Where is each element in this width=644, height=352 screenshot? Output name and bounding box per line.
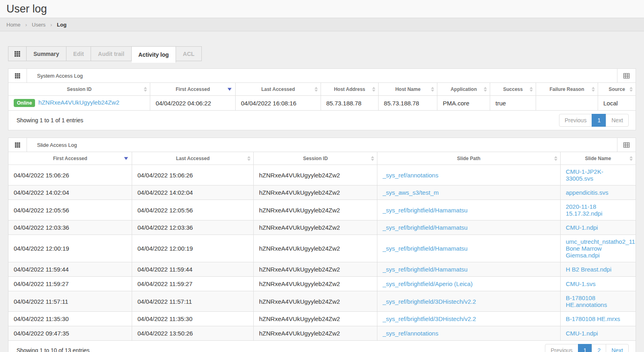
table-row: 04/04/2022 14:02:0404/04/2022 14:02:04hZ… [8, 185, 636, 200]
column-header-source[interactable]: Source [598, 83, 636, 96]
slide-name-link[interactable]: CMU-1-JP2K-33005.svs [566, 168, 603, 182]
column-header-first-accessed[interactable]: First Accessed [150, 83, 236, 96]
slide-name-link[interactable]: B-1780108 HE.mrxs [566, 315, 620, 322]
slide-name-link[interactable]: 2020-11-18 15.17.32.ndpi [566, 203, 603, 217]
column-header-last-accessed[interactable]: Last Accessed [132, 152, 254, 165]
column-header-label: Success [503, 86, 523, 92]
host-name-cell: 85.73.188.78 [379, 96, 437, 111]
table-header-row: First AccessedLast AccessedSession IDSli… [8, 152, 636, 165]
slide-path-link[interactable]: _sys_ref/brightfield/Hamamatsu [383, 224, 468, 231]
slide-name-link[interactable]: H B2 Breast.ndpi [566, 266, 611, 273]
slide-name-cell: CMU-1-JP2K-33005.svs [560, 165, 636, 185]
pagination-page-1[interactable]: 1 [592, 114, 606, 127]
column-header-label: First Accessed [176, 86, 210, 92]
slide-name-cell: umc_utrecht_nstatho2_115 Bone Marrow Gie… [560, 235, 636, 262]
slide-access-log-header: Slide Access Log [8, 138, 636, 152]
slide-path-link[interactable]: _sys_aws_s3/test_m [383, 189, 439, 196]
pagination-previous[interactable]: Previous [545, 344, 578, 352]
slide-path-link[interactable]: _sys_ref/brightfield/Hamamatsu [383, 266, 468, 273]
column-header-label: Failure Reason [549, 86, 584, 92]
last-accessed-cell: 04/04/2022 12:03:36 [132, 220, 254, 235]
slide-path-link[interactable]: _sys_ref/brightfield/3DHistech/v2.2 [383, 315, 476, 322]
slide-path-cell: _sys_ref/brightfield/Hamamatsu [377, 235, 560, 262]
slide-name-link[interactable]: appendicitis.svs [566, 189, 609, 196]
tab-audit-trail[interactable]: Audit trail [91, 46, 131, 61]
grid-icon [15, 142, 20, 148]
slide-path-cell: _sys_ref/brightfield/Hamamatsu [377, 200, 560, 220]
tab-acl[interactable]: ACL [176, 46, 202, 61]
slide-path-cell: _sys_ref/annotations [377, 165, 560, 185]
sort-both-icon [592, 87, 595, 92]
column-header-slide-path[interactable]: Slide Path [377, 152, 560, 165]
slide-access-log-panel: Slide Access Log First AccessedLast Acce… [8, 138, 636, 352]
session-id-link[interactable]: hZNRxeA4VUkUgyyleb24Zw2 [38, 99, 119, 106]
column-header-session-id[interactable]: Session ID [8, 83, 150, 96]
panel-title: System Access Log [27, 69, 83, 82]
slide-path-cell: _sys_ref/brightfield/Aperio (Leica) [377, 277, 560, 291]
table-options-button[interactable] [617, 69, 636, 82]
slide-path-link[interactable]: _sys_ref/brightfield/Aperio (Leica) [383, 280, 472, 287]
slide-path-cell: _sys_aws_s3/test_m [377, 185, 560, 200]
slide-name-cell: H B2 Breast.ndpi [560, 262, 636, 277]
slide-path-link[interactable]: _sys_ref/brightfield/Hamamatsu [383, 207, 468, 214]
session-id-cell: hZNRxeA4VUkUgyyleb24Zw2 [254, 277, 377, 291]
table-row: 04/04/2022 11:35:3004/04/2022 11:35:30hZ… [8, 312, 636, 326]
table-row: 04/04/2022 12:00:1904/04/2022 12:00:19hZ… [8, 235, 636, 262]
slide-name-link[interactable]: CMU-1.ndpi [566, 224, 598, 231]
pagination-next[interactable]: Next [606, 344, 629, 352]
column-header-application[interactable]: Application [437, 83, 490, 96]
sort-both-icon [630, 156, 633, 161]
grid-menu-button[interactable] [8, 46, 27, 61]
breadcrumb-link-users[interactable]: Users [32, 22, 46, 28]
slide-name-link[interactable]: CMU-1.svs [566, 280, 596, 287]
panel-grid-menu-button[interactable] [8, 138, 27, 152]
slide-name-cell: appendicitis.svs [560, 185, 636, 200]
pagination-next[interactable]: Next [606, 114, 629, 127]
slide-name-link[interactable]: B-1780108 HE.annotations [566, 294, 607, 308]
slide-path-cell: _sys_ref/brightfield/Hamamatsu [377, 220, 560, 235]
slide-path-link[interactable]: _sys_ref/annotations [383, 172, 438, 179]
column-header-failure-reason[interactable]: Failure Reason [536, 83, 598, 96]
table-row: 04/04/2022 11:57:1104/04/2022 11:57:11hZ… [8, 291, 636, 312]
table-options-button[interactable] [617, 138, 636, 152]
grid-icon [14, 51, 20, 57]
column-header-success[interactable]: Success [490, 83, 536, 96]
first-accessed-cell: 04/04/2022 09:47:35 [8, 326, 132, 341]
last-accessed-cell: 04/04/2022 12:05:56 [132, 200, 254, 220]
slide-path-link[interactable]: _sys_ref/brightfield/Hamamatsu [383, 245, 468, 252]
slide-name-link[interactable]: CMU-1.ndpi [566, 330, 598, 337]
slide-name-link[interactable]: umc_utrecht_nstatho2_115 Bone Marrow Gie… [566, 238, 636, 259]
sort-both-icon [372, 87, 375, 92]
column-header-last-accessed[interactable]: Last Accessed [236, 83, 321, 96]
tab-edit[interactable]: Edit [66, 46, 91, 61]
last-accessed-cell: 04/04/2022 11:57:11 [132, 291, 254, 312]
breadcrumb-link-home[interactable]: Home [6, 22, 21, 28]
first-accessed-cell: 04/04/2022 14:02:04 [8, 185, 132, 200]
grid-icon [15, 73, 20, 78]
first-accessed-cell: 04/04/2022 11:59:27 [8, 277, 132, 291]
column-header-first-accessed[interactable]: First Accessed [8, 152, 132, 165]
column-header-slide-name[interactable]: Slide Name [560, 152, 636, 165]
slide-path-link[interactable]: _sys_ref/annotations [383, 330, 438, 337]
column-header-session-id[interactable]: Session ID [254, 152, 377, 165]
success-cell: true [490, 96, 536, 111]
pagination-page-1[interactable]: 1 [578, 344, 592, 352]
slide-path-cell: _sys_ref/brightfield/3DHistech/v2.2 [377, 312, 560, 326]
slide-path-link[interactable]: _sys_ref/brightfield/3DHistech/v2.2 [383, 298, 476, 305]
slide-name-cell: B-1780108 HE.annotations [560, 291, 636, 312]
sort-desc-icon [124, 157, 128, 160]
last-accessed-cell: 04/04/2022 15:06:26 [132, 165, 254, 185]
first-accessed-cell: 04/04/2022 12:05:56 [8, 200, 132, 220]
pagination-page-2[interactable]: 2 [592, 344, 606, 352]
pagination-previous[interactable]: Previous [559, 114, 592, 127]
table-row: 04/04/2022 12:05:5604/04/2022 12:05:56hZ… [8, 200, 636, 220]
tab-summary[interactable]: Summary [27, 46, 66, 61]
column-header-host-address[interactable]: Host Address [321, 83, 378, 96]
panel-grid-menu-button[interactable] [8, 69, 27, 82]
column-header-label: Application [451, 86, 477, 92]
tab-activity-log[interactable]: Activity log [132, 46, 176, 63]
column-header-host-name[interactable]: Host Name [379, 83, 437, 96]
last-accessed-cell: 04/04/2022 11:35:30 [132, 312, 254, 326]
source-cell: Local [598, 96, 636, 111]
sort-both-icon [630, 87, 633, 92]
